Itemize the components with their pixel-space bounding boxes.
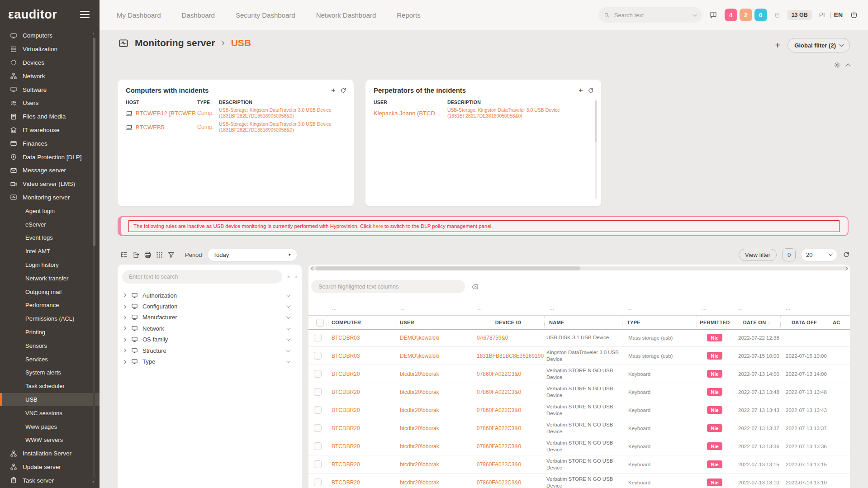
nav-item[interactable]: Security Dashboard (236, 11, 295, 19)
column-filter[interactable]: ... (327, 305, 395, 311)
expand-icon[interactable] (123, 338, 126, 341)
gear-icon[interactable] (834, 62, 841, 69)
sidebar-item[interactable]: Network transfer (0, 271, 100, 285)
column-filter[interactable]: ... (733, 305, 780, 311)
sidebar-item[interactable]: Message server (0, 164, 100, 177)
cell-user[interactable]: DEMO\jkowalski (395, 353, 472, 359)
expand-icon[interactable] (123, 360, 126, 363)
column-header-user[interactable]: USER (395, 316, 472, 329)
cell-computer[interactable]: BTCDBR03 (327, 335, 395, 341)
tree-search[interactable] (122, 270, 282, 284)
menu-icon[interactable] (79, 10, 90, 19)
column-filter[interactable]: ... (622, 305, 697, 311)
column-filter[interactable]: ... (780, 305, 828, 311)
view-filter-button[interactable]: View filter (739, 249, 777, 261)
expand-icon[interactable] (123, 294, 126, 297)
expand-icon[interactable] (123, 349, 126, 352)
cell-device-id[interactable]: 0A678759&0 (472, 335, 544, 341)
sidebar-item[interactable]: USB (0, 393, 100, 407)
tree-view-icon[interactable] (120, 251, 128, 259)
expand-icon[interactable] (123, 304, 126, 308)
incident-row[interactable]: BTCWEB5 Comp. USB-Storage: Kingston Data… (118, 121, 354, 133)
sidebar-item[interactable]: Event logs (0, 231, 100, 245)
table-row[interactable]: BTCDBR20 btcdbr20\bborak 07860FA022C3&0 … (308, 365, 850, 383)
refresh-icon[interactable] (843, 251, 850, 258)
expand-icon[interactable] (123, 316, 126, 319)
cell-computer[interactable]: BTCDBR20 (327, 371, 395, 377)
tree-item[interactable]: Authorization (118, 290, 302, 301)
column-filter[interactable]: ... (472, 305, 544, 311)
scroll-down-icon[interactable]: ▼ (92, 480, 95, 483)
breadcrumb-section[interactable]: Monitoring server (135, 38, 215, 48)
add-icon[interactable]: + (331, 86, 336, 94)
sidebar-item[interactable]: Printing (0, 326, 100, 339)
sidebar-item[interactable]: Outgoing mail (0, 285, 100, 298)
cell-device-id[interactable]: 07860FA022C3&0 (472, 425, 544, 431)
sidebar-item[interactable]: Video server (LMS) (0, 177, 100, 191)
warning-link[interactable]: here (373, 223, 383, 229)
table-row[interactable]: BTCDBR20 btcdbr20\bborak 07860FA022C3&0 … (308, 419, 850, 437)
sidebar-item[interactable]: Installation Server (0, 447, 100, 460)
cell-computer[interactable]: BTCDBR20 (327, 443, 395, 450)
cell-computer[interactable]: BTCDBR20 (327, 389, 395, 395)
sidebar-item[interactable]: System alerts (0, 366, 100, 379)
refresh-icon[interactable] (294, 273, 298, 280)
host-link[interactable]: BTCWEB12 [BTCWEB1] (136, 110, 197, 117)
row-checkbox[interactable] (314, 442, 322, 450)
table-row[interactable]: BTCDBR03 DEMO\jkowalski 0A678759&0 USB D… (308, 329, 850, 347)
sidebar-item[interactable]: Task scheduler (0, 379, 100, 393)
perpetrator-row[interactable]: Klepacka Joann (BTCDEMO\… USB-Storage: K… (365, 107, 601, 119)
add-icon[interactable]: + (579, 86, 583, 94)
table-row[interactable]: BTCDBR20 btcdbr20\bborak 07860FA022C3&0 … (308, 474, 850, 488)
column-header-ac[interactable]: AC (828, 316, 850, 329)
sidebar-item[interactable]: Software (0, 83, 100, 96)
chevron-down-icon[interactable] (693, 12, 697, 17)
sidebar-item[interactable]: Permissions (ACL) (0, 312, 100, 326)
sidebar-item[interactable]: Intel AMT (0, 245, 100, 258)
column-header-device-id[interactable]: DEVICE ID (472, 316, 544, 329)
sort-desc-icon[interactable]: ↓ (768, 320, 770, 325)
clear-icon[interactable] (287, 273, 290, 280)
column-header-computer[interactable]: COMPUTER (327, 316, 395, 329)
print-icon[interactable] (144, 251, 152, 259)
sidebar-item[interactable]: eServer (0, 218, 100, 231)
column-header-type[interactable]: TYPE (622, 316, 697, 329)
tree-search-input[interactable] (128, 273, 276, 280)
export-icon[interactable] (132, 251, 140, 259)
lang-en[interactable]: EN (834, 11, 843, 19)
global-filter-button[interactable]: Global filter (2) (787, 38, 850, 52)
nav-item[interactable]: My Dashboard (117, 11, 161, 19)
page-size-select[interactable]: 20 (802, 249, 837, 261)
chevron-down-icon[interactable] (286, 315, 291, 319)
clear-icon[interactable] (471, 283, 479, 290)
sidebar-item[interactable]: IT warehouse (0, 123, 100, 137)
cell-user[interactable]: btcdbr20\bborak (395, 371, 472, 377)
cell-device-id[interactable]: 07860FA022C3&0 (472, 371, 544, 377)
cell-device-id[interactable]: 07860FA022C3&0 (472, 443, 544, 450)
tree-item[interactable]: OS family (118, 334, 302, 345)
sidebar-item[interactable]: Monitoring server (0, 191, 100, 204)
selection-count-button[interactable]: 0 (783, 248, 796, 261)
sidebar-item[interactable]: Computers (0, 29, 100, 43)
table-row[interactable]: BTCDBR03 DEMO\jkowalski 1831BFB81BC8E361… (308, 347, 850, 365)
chevron-down-icon[interactable] (286, 303, 291, 308)
feedback-icon[interactable] (709, 11, 717, 19)
sidebar-item[interactable]: Performance (0, 298, 100, 312)
sidebar-item[interactable]: Update server (0, 460, 100, 474)
column-header-data-off[interactable]: DATA OFF (780, 316, 828, 329)
card-scrollbar[interactable] (595, 100, 597, 199)
chevron-down-icon[interactable] (286, 293, 291, 297)
chevron-down-icon[interactable] (286, 336, 291, 341)
table-row[interactable]: BTCDBR20 btcdbr20\bborak 07860FA022C3&0 … (308, 437, 850, 455)
tree-item[interactable]: Network (118, 323, 302, 334)
row-checkbox[interactable] (314, 479, 322, 486)
sidebar-item[interactable]: Data Protection [DLP] (0, 150, 100, 164)
search-input[interactable] (613, 11, 690, 19)
sidebar-item[interactable]: Task server (0, 474, 100, 487)
global-search[interactable] (598, 7, 702, 23)
tree-item[interactable]: Manufacturer (118, 312, 302, 323)
tree-item[interactable]: Type (118, 356, 302, 367)
table-row[interactable]: BTCDBR20 btcdbr20\bborak 07860FA022C3&0 … (308, 383, 850, 401)
filter-icon[interactable] (167, 251, 175, 259)
column-header-date-on[interactable]: DATE ON ↓ (733, 316, 780, 329)
